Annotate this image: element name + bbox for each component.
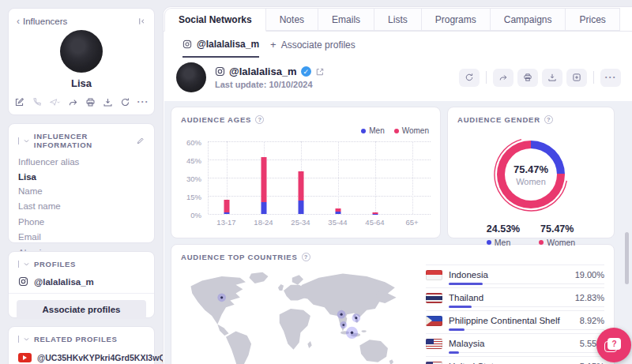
country-name: Philippine Continental Shelf: [449, 316, 580, 325]
men-segment: [299, 201, 304, 214]
age-column-45-64: [356, 141, 393, 214]
phone-icon[interactable]: [32, 97, 42, 107]
ages-xlabels: 13-1718-2425-3435-4445-6465+: [208, 218, 431, 227]
country-row: Thailand12.83%: [426, 287, 604, 310]
send-message-icon[interactable]: [49, 97, 61, 107]
collapse-sidebar-icon[interactable]: [137, 17, 146, 26]
profile-list-item[interactable]: @lalalalisa_m: [9, 272, 154, 294]
dashboard-content: AUDIENCE AGES ? Men Women 60%45%30%15%0%…: [164, 101, 632, 364]
men-segment: [224, 212, 230, 214]
add-to-list-button[interactable]: [566, 69, 587, 87]
women-segment: [299, 171, 304, 201]
y-tick-label: 15%: [186, 193, 201, 201]
more-options-icon[interactable]: ···: [137, 96, 149, 107]
print-icon[interactable]: [85, 97, 96, 107]
tab-social-networks[interactable]: Social Networks: [164, 8, 266, 32]
main-tabs: Social NetworksNotesEmailsListsProgramsC…: [164, 7, 632, 32]
subtab-associate-profiles[interactable]: + Associate profiles: [270, 32, 356, 58]
influencer-avatar: [60, 30, 103, 73]
y-tick-label: 60%: [186, 138, 201, 147]
chat-fab[interactable]: ?: [596, 328, 631, 362]
instagram-icon: [215, 66, 225, 77]
drag-handle-icon[interactable]: [18, 336, 19, 343]
external-link-icon[interactable]: [315, 67, 325, 77]
chevron-down-icon[interactable]: [23, 137, 30, 144]
x-tick-label: 25-34: [282, 218, 319, 227]
related-profile-item[interactable]: @UC35HKvKYPkri4Grd5KXI3wQ: [9, 347, 154, 364]
chevron-left-icon: ‹: [17, 16, 20, 27]
age-column-25-34: [283, 141, 320, 214]
country-list: Indonesia19.00%Thailand12.83%Philippine …: [426, 265, 604, 364]
profile-subtabs: @lalalalisa_m + Associate profiles: [164, 32, 632, 58]
women-label: Women: [547, 238, 575, 247]
tab-campaigns[interactable]: Campaigns: [491, 8, 566, 31]
field-label: Influencer alias: [18, 155, 145, 171]
men-label: Men: [495, 238, 510, 247]
section-title: PROFILES: [34, 260, 76, 268]
scrollbar-thumb[interactable]: [625, 232, 629, 284]
edit-icon[interactable]: [14, 97, 24, 107]
share-icon[interactable]: [68, 97, 78, 107]
ph-flag-icon: [426, 316, 442, 326]
th-flag-icon: [426, 293, 442, 303]
progress-track: [449, 352, 604, 353]
men-percent: 24.53%: [487, 223, 520, 235]
help-icon[interactable]: ?: [255, 115, 264, 124]
tab-lists[interactable]: Lists: [374, 8, 422, 31]
men-legend-dot: [361, 129, 366, 133]
x-tick-label: 65+: [393, 218, 431, 227]
audience-top-countries-card: AUDIENCE TOP COUNTRIES ?: [171, 244, 615, 364]
share-profile-button[interactable]: [493, 69, 514, 87]
help-icon[interactable]: ?: [544, 115, 553, 124]
field-label: Email: [18, 230, 145, 246]
help-icon[interactable]: ?: [302, 253, 310, 261]
refresh-icon[interactable]: [120, 97, 130, 107]
plus-icon: +: [270, 39, 276, 51]
more-profile-options-button[interactable]: ···: [600, 69, 621, 87]
print-profile-button[interactable]: [517, 69, 538, 87]
stacked-bar: [224, 200, 230, 214]
drag-handle-icon[interactable]: [18, 261, 19, 268]
associate-profiles-button[interactable]: Associate profiles: [17, 300, 146, 319]
ages-ylabels: 60%45%30%15%0%: [184, 141, 205, 214]
influencer-fields: Influencer aliasLisaNameLast namePhoneEm…: [9, 153, 154, 262]
tab-emails[interactable]: Emails: [318, 8, 374, 31]
refresh-profile-button[interactable]: [459, 69, 480, 87]
men-legend-dot: [487, 240, 491, 245]
instagram-icon: [182, 39, 192, 49]
age-column-18-24: [246, 141, 283, 214]
stacked-bar: [335, 208, 340, 214]
country-percent: 19.00%: [575, 270, 604, 280]
stacked-bar: [372, 212, 378, 214]
gridline: [209, 214, 431, 215]
women-legend-dot: [394, 129, 399, 133]
verified-badge-icon: ✓: [301, 66, 311, 77]
tab-programs[interactable]: Programs: [422, 8, 491, 31]
progress-fill: [449, 283, 483, 285]
tab-prices[interactable]: Prices: [566, 8, 619, 31]
progress-fill: [449, 351, 459, 354]
main-panel: Social NetworksNotesEmailsListsProgramsC…: [163, 6, 632, 364]
country-percent: 8.92%: [580, 316, 604, 325]
x-tick-label: 45-64: [356, 218, 393, 227]
card-title: AUDIENCE GENDER: [457, 115, 540, 124]
chevron-down-icon[interactable]: [23, 336, 30, 343]
back-to-influencers-link[interactable]: ‹ Influencers: [17, 16, 67, 27]
card-title: AUDIENCE AGES: [181, 115, 251, 124]
youtube-icon: [18, 353, 32, 362]
divider: [486, 71, 487, 84]
drag-handle-icon[interactable]: [18, 137, 19, 144]
tab-notes[interactable]: Notes: [266, 8, 318, 31]
download-icon[interactable]: [103, 97, 113, 107]
stacked-bar: [261, 157, 267, 214]
chevron-down-icon[interactable]: [23, 261, 30, 268]
card-title: AUDIENCE TOP COUNTRIES: [181, 253, 298, 261]
chart-legend: Men Women: [361, 126, 429, 135]
influencer-summary-card: ‹ Influencers Lisa ···: [8, 8, 155, 115]
world-map: [181, 265, 413, 364]
subtab-active-profile[interactable]: @lalalalisa_m: [182, 32, 259, 58]
subtab-handle: @lalalalisa_m: [197, 39, 259, 50]
edit-info-icon[interactable]: [136, 137, 145, 145]
download-profile-button[interactable]: [542, 69, 562, 87]
y-tick-label: 30%: [186, 174, 201, 183]
